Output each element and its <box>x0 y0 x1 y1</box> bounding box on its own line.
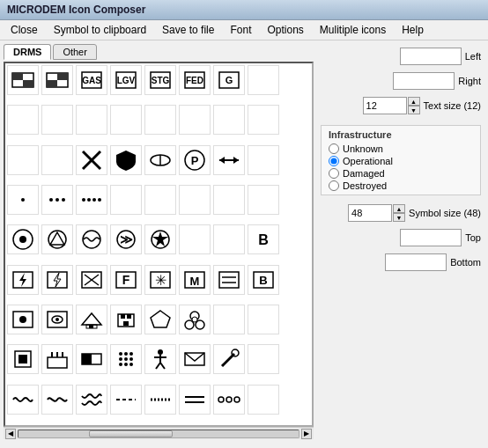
icon-cell-lightning[interactable] <box>7 265 39 295</box>
icon-cell-squiggle6[interactable] <box>179 385 211 415</box>
icon-cell-blank[interactable] <box>248 385 279 415</box>
icon-cell-star[interactable] <box>144 224 176 254</box>
top-input[interactable] <box>400 229 462 246</box>
symbol-size-up[interactable]: ▲ <box>393 204 405 213</box>
icon-cell-eye[interactable] <box>41 305 73 334</box>
icon-cell-lightning2[interactable] <box>41 265 73 295</box>
icon-cell-blank[interactable] <box>144 185 176 215</box>
icon-cell-circle-dot[interactable] <box>7 224 39 254</box>
icon-cell-blank[interactable] <box>144 105 176 135</box>
icon-cell-b[interactable]: B <box>248 224 279 254</box>
tab-drms[interactable]: DRMS <box>4 44 51 60</box>
menu-font[interactable]: Font <box>223 22 258 38</box>
icon-cell-blank[interactable] <box>248 65 279 95</box>
icon-cell-parking[interactable]: P <box>179 145 211 175</box>
radio-destroyed[interactable]: Destroyed <box>329 180 473 191</box>
icon-cell-lines[interactable] <box>213 265 245 295</box>
radio-operational[interactable]: Operational <box>329 156 473 166</box>
icon-cell-squiggle4[interactable] <box>110 385 142 415</box>
icon-cell-b2[interactable]: B <box>248 265 279 295</box>
icon-cell-shield[interactable] <box>110 145 142 175</box>
icon-cell-building[interactable] <box>110 305 142 334</box>
icon-cell-biohazard[interactable] <box>179 305 211 334</box>
icon-cell-box-x[interactable] <box>76 265 107 295</box>
radio-operational-input[interactable] <box>329 156 339 166</box>
icon-cell-wave[interactable] <box>76 224 107 254</box>
icon-cell-blank[interactable] <box>248 145 279 175</box>
radio-unknown[interactable]: Unknown <box>329 143 473 154</box>
icon-cell-triangle[interactable] <box>41 224 73 254</box>
icon-cell-arrows[interactable] <box>213 145 245 175</box>
scroll-right-arrow[interactable]: ▶ <box>301 429 312 439</box>
icon-cell-wrench[interactable] <box>213 344 245 374</box>
icon-cell-squiggle5[interactable] <box>144 385 176 415</box>
scroll-thumb[interactable] <box>89 430 173 437</box>
menu-options[interactable]: Options <box>260 22 310 38</box>
menu-multiple-icons[interactable]: Mulitiple icons <box>313 22 393 38</box>
radio-destroyed-input[interactable] <box>329 180 339 191</box>
icon-cell-blank[interactable] <box>213 105 245 135</box>
icon-cell-warehouse[interactable] <box>76 305 107 334</box>
icon-cell-stg[interactable]: STG <box>144 65 176 95</box>
icon-cell-snowflake[interactable]: ✳ <box>144 265 176 295</box>
radio-unknown-input[interactable] <box>329 143 339 154</box>
icon-cell-factory[interactable] <box>41 344 73 374</box>
icon-cell-pentagon[interactable] <box>144 305 176 334</box>
symbol-size-input[interactable] <box>348 204 392 222</box>
symbol-size-down[interactable]: ▼ <box>393 213 405 222</box>
icon-cell[interactable] <box>41 65 73 95</box>
text-size-spinner[interactable]: ▲ ▼ <box>363 97 420 114</box>
menu-close[interactable]: Close <box>4 22 45 38</box>
icon-cell-dot-sm[interactable] <box>7 185 39 215</box>
icon-cell-g[interactable]: G <box>213 65 245 95</box>
left-input[interactable] <box>400 48 462 65</box>
icon-cell-blank[interactable] <box>248 305 279 334</box>
icon-cell-blank[interactable] <box>213 185 245 215</box>
icon-cell-blank[interactable] <box>110 185 142 215</box>
icon-cell-lgv[interactable]: LGV <box>110 65 142 95</box>
icon-cell-circle-ring[interactable] <box>144 145 176 175</box>
icon-cell-blank[interactable] <box>7 105 39 135</box>
menu-save-file[interactable]: Save to file <box>155 22 221 38</box>
icon-cell-fed[interactable]: FED <box>179 65 211 95</box>
icon-cell-squiggle1[interactable] <box>7 385 39 415</box>
icon-cell-envelope[interactable] <box>179 344 211 374</box>
icon-cell-x[interactable] <box>76 145 107 175</box>
scroll-track[interactable] <box>18 430 299 438</box>
icon-cell-blank[interactable] <box>179 185 211 215</box>
icon-cell-chevrons[interactable]: ≫ <box>110 224 142 254</box>
icon-cell[interactable] <box>7 65 39 95</box>
icon-cell-dots-md[interactable] <box>41 185 73 215</box>
icon-cell-blank[interactable] <box>179 105 211 135</box>
icon-cell-m-box[interactable]: M <box>179 265 211 295</box>
icon-cell-person[interactable] <box>144 344 176 374</box>
bottom-input[interactable] <box>385 253 447 271</box>
icon-cell-dots-lg[interactable] <box>76 185 107 215</box>
tab-other[interactable]: Other <box>53 44 97 60</box>
icon-cell-box-dot[interactable] <box>7 305 39 334</box>
icon-cell-blank[interactable] <box>213 305 245 334</box>
icon-cell-blank[interactable] <box>7 145 39 175</box>
horizontal-scrollbar[interactable]: ◀ ▶ <box>4 427 314 439</box>
icon-cell-blank[interactable] <box>213 224 245 254</box>
icon-cell-blank[interactable] <box>76 105 107 135</box>
icon-cell-blank[interactable] <box>248 344 279 374</box>
icon-cell-blank[interactable] <box>179 224 211 254</box>
icon-cell-blank[interactable] <box>248 185 279 215</box>
menu-help[interactable]: Help <box>395 22 431 38</box>
symbol-size-spinner[interactable]: ▲ ▼ <box>348 204 405 222</box>
icon-cell-f-letter[interactable]: F <box>110 265 142 295</box>
icon-cell-squiggle3[interactable] <box>76 385 107 415</box>
text-size-down[interactable]: ▼ <box>408 106 420 114</box>
icon-cell-blank[interactable] <box>41 105 73 135</box>
icon-cell-dots-grid[interactable] <box>110 344 142 374</box>
icon-cell-square[interactable] <box>7 344 39 374</box>
icon-cell-squiggle2[interactable] <box>41 385 73 415</box>
right-input[interactable] <box>393 72 455 90</box>
icon-cell-squiggle7[interactable] <box>213 385 245 415</box>
text-size-input[interactable] <box>363 97 407 114</box>
icon-cell-rectangle[interactable] <box>76 344 107 374</box>
icon-cell-blank[interactable] <box>110 105 142 135</box>
radio-damaged-input[interactable] <box>329 168 339 179</box>
icon-cell-blank[interactable] <box>248 105 279 135</box>
